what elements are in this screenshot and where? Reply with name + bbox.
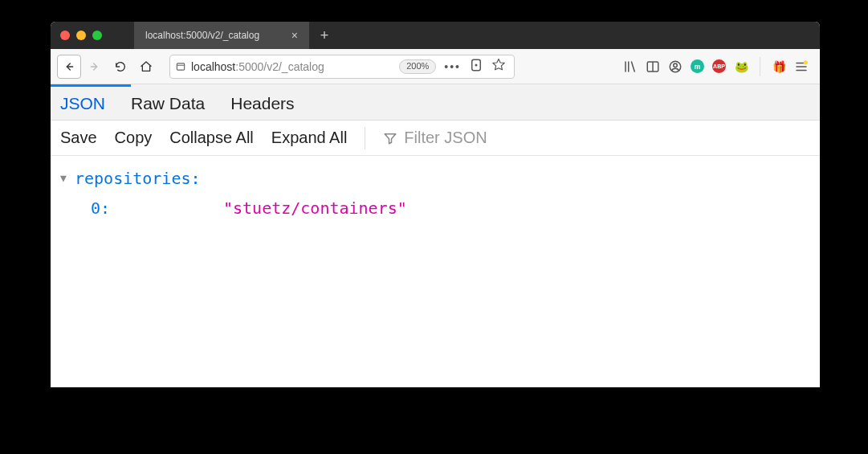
expand-all-button[interactable]: Expand All [271,129,348,147]
json-key: repositories: [75,164,201,194]
account-icon[interactable] [668,59,683,74]
tab-json[interactable]: JSON [59,88,107,120]
browser-tab[interactable]: localhost:5000/v2/_catalog × [134,22,309,49]
twisty-down-icon[interactable]: ▼ [60,169,75,188]
json-row-repositories[interactable]: ▼ repositories: [60,164,810,194]
collapse-all-button[interactable]: Collapse All [169,129,254,147]
new-tab-button[interactable]: + [312,23,336,47]
tab-raw-data[interactable]: Raw Data [129,88,206,120]
site-info-icon[interactable] [175,61,186,72]
page-actions: ••• [436,58,509,75]
copy-button[interactable]: Copy [115,129,153,147]
back-button[interactable] [57,55,81,79]
browser-window: localhost:5000/v2/_catalog × + localhost… [51,22,820,387]
extension-m-icon[interactable]: m [691,59,704,73]
maximize-window-button[interactable] [92,31,102,40]
url-host: localhost [191,60,235,73]
page-actions-menu[interactable]: ••• [444,60,461,73]
hamburger-menu-icon[interactable] [794,59,809,74]
json-index: 0: [91,194,223,223]
extension-misc-icon[interactable]: 🐸 [734,59,748,74]
sidebar-icon[interactable] [646,59,660,74]
toolbar-extensions: m ABP 🐸 🎁 [618,57,813,76]
tab-title: localhost:5000/v2/_catalog [145,30,259,41]
extension-gift-icon[interactable]: 🎁 [772,59,786,74]
json-viewer-tabs: JSON Raw Data Headers [51,84,820,121]
filter-icon [383,131,397,145]
window-controls [51,31,112,40]
reload-button[interactable] [108,55,132,79]
json-content: ▼ repositories: 0: "stuetz/containers" [51,156,820,231]
bookmark-star-icon[interactable] [491,58,506,75]
url-path: :5000/v2/_catalog [235,60,324,73]
home-button[interactable] [134,55,158,79]
svg-point-5 [674,63,678,67]
svg-rect-0 [177,63,184,69]
extension-abp-icon[interactable]: ABP [712,59,726,73]
svg-point-6 [804,60,808,64]
json-row-item-0[interactable]: 0: "stuetz/containers" [60,194,810,223]
filter-field[interactable] [383,129,645,147]
filter-input[interactable] [404,129,645,147]
arrow-right-icon [88,60,101,73]
address-bar[interactable]: localhost:5000/v2/_catalog 200% ••• [169,55,515,79]
url-toolbar: localhost:5000/v2/_catalog 200% ••• m AB… [51,49,820,84]
reader-mode-icon[interactable] [469,58,483,75]
active-tab-indicator [51,84,131,87]
home-icon [140,60,153,73]
library-icon[interactable] [623,59,638,74]
close-window-button[interactable] [60,31,70,40]
tab-close-button[interactable]: × [288,28,301,43]
minimize-window-button[interactable] [76,31,86,40]
save-button[interactable]: Save [60,129,97,147]
json-string-value: "stuetz/containers" [223,194,407,223]
reload-icon [114,60,127,73]
zoom-badge[interactable]: 200% [399,59,436,74]
action-separator [365,127,365,149]
json-action-bar: Save Copy Collapse All Expand All [51,121,820,156]
svg-point-2 [475,64,478,67]
toolbar-separator [760,57,760,76]
tab-headers[interactable]: Headers [229,88,295,120]
titlebar: localhost:5000/v2/_catalog × + [51,22,820,49]
forward-button[interactable] [83,55,107,79]
arrow-left-icon [63,60,75,73]
